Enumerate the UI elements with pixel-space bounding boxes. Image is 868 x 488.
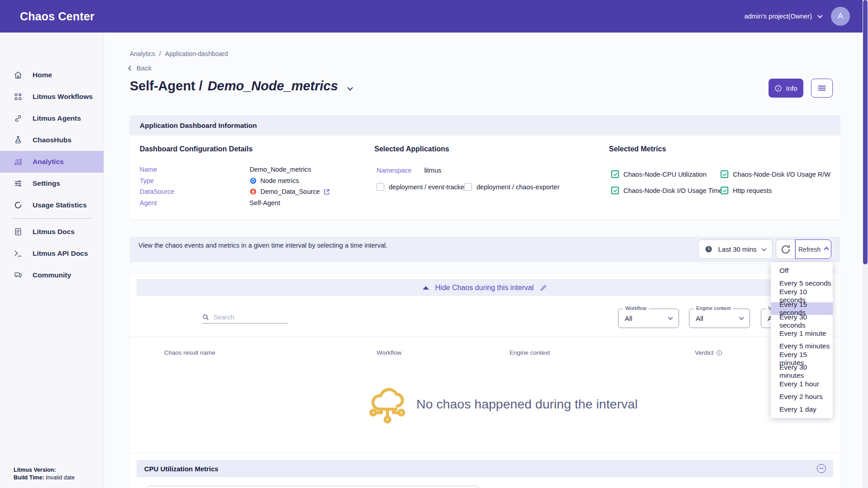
menu-item-every-2-hours[interactable]: Every 2 hours <box>771 390 833 403</box>
time-range-dropdown[interactable]: Last 30 mins <box>698 239 773 259</box>
checkbox-cpu-utilization[interactable] <box>611 170 619 178</box>
menu-item-every-1-day[interactable]: Every 1 day <box>771 403 833 416</box>
checkbox-label: Chaos-Node-Disk I/O Usage Times <box>623 187 726 194</box>
refresh-icon <box>780 244 791 255</box>
verdict-info-icon[interactable] <box>716 350 722 356</box>
title-chevron-down-icon[interactable] <box>348 79 352 94</box>
collapse-minus-icon[interactable] <box>817 464 826 473</box>
cpu-utilization-header: CPU Utilization Metrics <box>137 460 833 477</box>
menu-item-every-1-hour[interactable]: Every 1 hour <box>771 378 833 390</box>
applications-section-title: Selected Applications <box>374 145 449 153</box>
sidebar-item-litmus-agents[interactable]: Litmus Agents <box>0 108 104 129</box>
sidebar-item-analytics[interactable]: Analytics <box>0 151 104 173</box>
time-interval-bar: View the chaos events and metrics in a g… <box>130 237 840 262</box>
header-right: admin's project(Owner) A <box>745 7 850 26</box>
chevron-down-icon <box>668 315 673 320</box>
prometheus-icon <box>250 188 257 195</box>
pencil-icon[interactable] <box>540 284 547 291</box>
build-time-value: Invalid date <box>46 474 75 481</box>
checkbox-event-tracker[interactable] <box>377 183 384 191</box>
menu-item-off[interactable]: Off <box>771 264 833 277</box>
flask-icon <box>14 136 23 145</box>
sidebar-item-label: Litmus Docs <box>33 228 75 236</box>
breadcrumb-separator: / <box>159 50 161 57</box>
menu-item-every-30-seconds[interactable]: Every 30 seconds <box>771 315 833 328</box>
sidebar-item-label: Litmus Agents <box>33 114 81 122</box>
link-icon <box>14 114 23 123</box>
checkbox-label: deployment / event-tracker <box>389 183 467 191</box>
build-time-label: Build Time: <box>14 474 44 481</box>
chevron-up-icon <box>824 247 829 252</box>
column-header-engine-context: Engine context <box>509 349 550 356</box>
sidebar-item-label: Settings <box>33 179 60 188</box>
chaos-center-app: Chaos Center admin's project(Owner) A Ho… <box>0 0 868 488</box>
menu-item-every-30-minutes[interactable]: Every 30 minutes <box>771 365 833 378</box>
sidebar: Home Litmus Workflows Litmus Agents Chao… <box>0 33 104 488</box>
search-input[interactable] <box>213 314 281 321</box>
checkbox-disk-io-times[interactable] <box>611 187 619 194</box>
dashboard-options-button[interactable] <box>811 79 833 98</box>
chat-bubbles-icon <box>14 271 23 280</box>
avatar-initial: A <box>838 12 843 21</box>
refresh-interval-menu: Off Every 5 seconds Every 10 seconds Eve… <box>771 262 833 418</box>
empty-state: No chaos happened during the interval <box>367 382 638 426</box>
workflows-icon <box>14 92 23 101</box>
checkbox-chaos-exporter[interactable] <box>464 183 472 191</box>
engine-context-filter[interactable]: Engine context All <box>689 309 750 328</box>
chevron-down-icon <box>817 13 822 18</box>
hide-chaos-toggle[interactable]: Hide Chaos during this interval <box>137 279 833 296</box>
project-switcher[interactable]: admin's project(Owner) <box>745 13 822 20</box>
external-link-icon[interactable] <box>323 188 330 195</box>
checkbox-disk-io-rw[interactable] <box>721 170 728 178</box>
litmus-version-label: Litmus Version: <box>14 467 56 473</box>
sidebar-item-usage-statistics[interactable]: Usage Statistics <box>0 194 104 216</box>
document-icon <box>14 227 23 236</box>
engine-context-filter-value: All <box>696 314 703 322</box>
workflow-filter[interactable]: Workflow All <box>618 309 679 328</box>
refresh-interval-dropdown[interactable]: Refresh <box>795 239 831 259</box>
vertical-scrollbar <box>863 0 868 488</box>
sidebar-item-litmus-docs[interactable]: Litmus Docs <box>0 221 104 243</box>
dashboard-info-panel: Application Dashboard Information Dashbo… <box>130 115 840 220</box>
refresh-now-button[interactable] <box>776 239 795 259</box>
breadcrumb-application-dashboard[interactable]: Application-dashboard <box>165 50 228 57</box>
config-row-type: Type Node metrics <box>140 177 299 184</box>
chevron-down-icon <box>761 246 766 251</box>
sidebar-item-litmus-api-docs[interactable]: Litmus API Docs <box>0 243 104 264</box>
node-metrics-icon <box>250 177 257 184</box>
name-label: Name <box>140 166 250 173</box>
config-row-name: Name Demo_Node_metrics <box>140 166 311 173</box>
chaos-events-panel: Hide Chaos during this interval Workflow… <box>130 274 840 453</box>
bar-chart-icon <box>14 157 23 166</box>
workflow-filter-value: All <box>625 314 632 322</box>
clock-icon <box>705 245 712 253</box>
sidebar-item-litmus-workflows[interactable]: Litmus Workflows <box>0 86 104 108</box>
sidebar-item-community[interactable]: Community <box>0 264 104 286</box>
name-value: Demo_Node_metrics <box>250 166 311 173</box>
breadcrumb-analytics[interactable]: Analytics <box>130 50 155 57</box>
back-button[interactable]: Back <box>129 64 151 72</box>
sidebar-item-label: ChaosHubs <box>33 136 71 144</box>
metrics-section-title: Selected Metrics <box>609 145 666 153</box>
terminal-icon <box>14 249 23 258</box>
info-button[interactable]: Info <box>769 79 803 98</box>
menu-item-every-1-minute[interactable]: Every 1 minute <box>771 327 833 340</box>
agent-value: Self-Agent <box>250 199 280 206</box>
namespace-row: Namespace litmus <box>377 167 441 174</box>
sidebar-item-home[interactable]: Home <box>0 64 104 86</box>
app-title: Chaos Center <box>20 10 94 23</box>
chaos-cloud-icon <box>367 382 408 426</box>
metric-checkbox-row: Http requests <box>721 187 772 194</box>
avatar[interactable]: A <box>831 7 850 26</box>
sidebar-item-settings[interactable]: Settings <box>0 173 104 194</box>
sidebar-item-chaoshubs[interactable]: ChaosHubs <box>0 129 104 151</box>
metric-checkbox-row: Chaos-Node-CPU Utilization <box>611 170 707 178</box>
refresh-button-label: Refresh <box>798 246 821 253</box>
checkbox-http-requests[interactable] <box>721 187 728 194</box>
checkbox-label: Chaos-Node-CPU Utilization <box>623 171 707 178</box>
application-checkbox-row: deployment / event-tracker <box>377 183 467 191</box>
home-icon <box>14 70 23 80</box>
verdict-header-label: Verdict <box>695 349 713 356</box>
scrollbar-thumb[interactable] <box>863 0 868 264</box>
dashboard-name: Demo_Node_metrics <box>208 79 338 94</box>
